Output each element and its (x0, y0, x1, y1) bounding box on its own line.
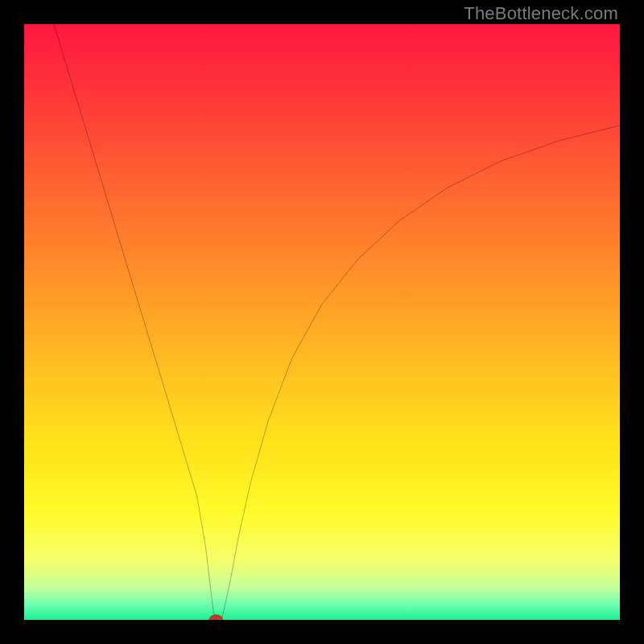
chart-svg (24, 24, 620, 620)
gradient-background (24, 24, 620, 620)
watermark-label: TheBottleneck.com (464, 3, 618, 24)
plot-area (24, 24, 620, 620)
chart-frame: TheBottleneck.com (0, 0, 644, 644)
